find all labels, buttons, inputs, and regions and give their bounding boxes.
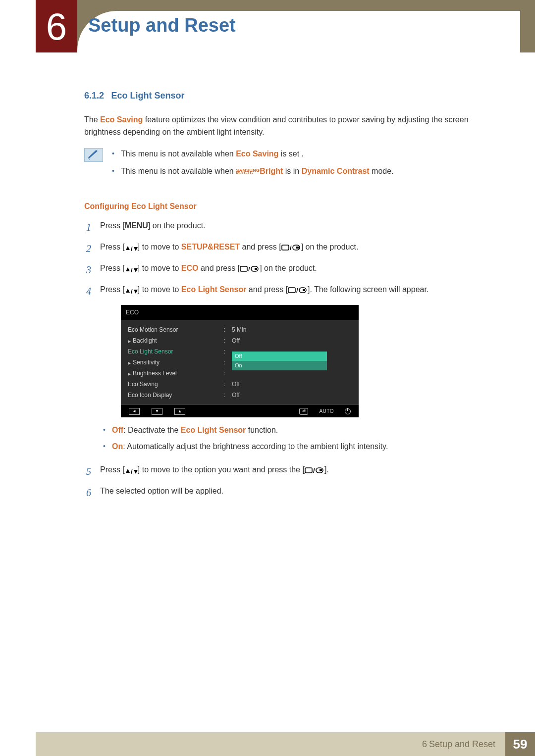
svg-text:/: / bbox=[131, 468, 133, 475]
step-4: 4 Press [/] to move to Eco Light Sensor … bbox=[84, 284, 496, 458]
menu-key: MENU bbox=[125, 221, 148, 230]
chapter-number: 6 bbox=[46, 5, 67, 48]
svg-marker-0 bbox=[126, 246, 130, 250]
option-on: On: Automatically adjust the brightness … bbox=[100, 441, 496, 453]
section-number: 6.1.2 bbox=[84, 91, 104, 101]
up-down-icon: / bbox=[125, 263, 138, 276]
subheading: Configuring Eco Light Sensor bbox=[84, 201, 496, 213]
step-3: 3 Press [/] to move to ECO and press [/]… bbox=[84, 262, 496, 278]
footer-chapter-number: 6 bbox=[422, 739, 427, 750]
content-column: 6.1.2 Eco Light Sensor The Eco Saving fe… bbox=[84, 89, 496, 506]
osd-enter-icon: ⏎ bbox=[299, 408, 308, 415]
intro-paragraph: The Eco Saving feature optimizes the vie… bbox=[84, 114, 496, 139]
footer-chapter-label: Setup and Reset bbox=[429, 739, 495, 750]
svg-marker-14 bbox=[126, 289, 130, 293]
svg-text:/: / bbox=[296, 287, 298, 294]
svg-marker-23 bbox=[134, 470, 138, 474]
osd-title: ECO bbox=[121, 305, 359, 321]
up-down-icon: / bbox=[125, 285, 138, 297]
svg-text:/: / bbox=[131, 245, 133, 252]
step-number: 1 bbox=[84, 220, 91, 235]
osd-body: Eco Motion Sensor:5 MinBacklight:OffEco … bbox=[121, 320, 359, 404]
up-down-icon: / bbox=[125, 465, 138, 477]
osd-back-icon: ◄ bbox=[129, 408, 140, 415]
section-title: Eco Light Sensor bbox=[111, 91, 185, 101]
osd-row: Eco Icon Display:Off bbox=[128, 390, 352, 401]
samsung-magic-logo: SAMSUNGMAGIC bbox=[236, 169, 260, 174]
step-5: 5 Press [/] to move to the option you wa… bbox=[84, 464, 496, 479]
note-block: This menu is not available when Eco Savi… bbox=[84, 148, 496, 183]
svg-text:/: / bbox=[313, 467, 315, 474]
svg-text:/: / bbox=[131, 288, 133, 295]
svg-rect-27 bbox=[320, 469, 322, 471]
svg-text:/: / bbox=[131, 266, 133, 273]
option-off: Off: Deactivate the Eco Light Sensor fun… bbox=[100, 424, 496, 437]
steps-list: 1 Press [MENU] on the product. 2 Press [… bbox=[84, 220, 496, 501]
enter-source-icon: / bbox=[240, 264, 260, 272]
osd-power-icon bbox=[345, 408, 351, 414]
step-2: 2 Press [/] to move to SETUP&RESET and p… bbox=[84, 241, 496, 256]
option-description-list: Off: Deactivate the Eco Light Sensor fun… bbox=[100, 424, 496, 453]
osd-menu: ECO Eco Motion Sensor:5 MinBacklight:Off… bbox=[121, 305, 359, 418]
page-footer: 6 Setup and Reset 59 bbox=[36, 732, 535, 756]
svg-marker-2 bbox=[134, 247, 138, 251]
chapter-box: 6 bbox=[36, 0, 77, 52]
osd-footer: ◄ ▼ ▲ ⏎ AUTO bbox=[121, 404, 359, 417]
osd-up-icon: ▲ bbox=[174, 408, 185, 415]
svg-marker-21 bbox=[126, 469, 130, 473]
note-item-1: This menu is not available when Eco Savi… bbox=[111, 148, 496, 160]
svg-rect-3 bbox=[282, 245, 289, 250]
svg-marker-9 bbox=[134, 268, 138, 272]
svg-marker-7 bbox=[126, 267, 130, 271]
svg-text:/: / bbox=[290, 244, 292, 251]
term-eco-saving: Eco Saving bbox=[100, 115, 143, 124]
step-1: 1 Press [MENU] on the product. bbox=[84, 220, 496, 235]
note-list: This menu is not available when Eco Savi… bbox=[111, 148, 496, 183]
note-item-2: This menu is not available when SAMSUNGM… bbox=[111, 165, 496, 178]
osd-row: Eco Saving:Off bbox=[128, 379, 352, 390]
page-number: 59 bbox=[505, 732, 535, 756]
osd-row: Eco Light Sensor:OffOn bbox=[128, 346, 352, 357]
osd-row: Backlight:Off bbox=[128, 335, 352, 346]
note-icon bbox=[84, 148, 103, 162]
enter-source-icon: / bbox=[288, 285, 308, 294]
osd-down-icon: ▼ bbox=[152, 408, 162, 415]
page-title: Setup and Reset bbox=[88, 15, 236, 36]
svg-rect-24 bbox=[305, 468, 312, 473]
up-down-icon: / bbox=[125, 242, 138, 254]
enter-source-icon: / bbox=[305, 465, 324, 474]
svg-rect-17 bbox=[288, 288, 295, 293]
svg-text:/: / bbox=[248, 265, 250, 272]
osd-row: Eco Motion Sensor:5 Min bbox=[128, 324, 352, 335]
svg-rect-20 bbox=[303, 289, 305, 291]
svg-marker-16 bbox=[134, 290, 138, 294]
svg-rect-10 bbox=[240, 266, 247, 271]
step-6: 6 The selected option will be applied. bbox=[84, 485, 496, 501]
section-heading: 6.1.2 Eco Light Sensor bbox=[84, 89, 496, 103]
svg-rect-13 bbox=[255, 268, 257, 270]
osd-auto-label: AUTO bbox=[319, 407, 334, 415]
svg-rect-6 bbox=[296, 247, 299, 249]
enter-source-icon: / bbox=[281, 243, 301, 251]
